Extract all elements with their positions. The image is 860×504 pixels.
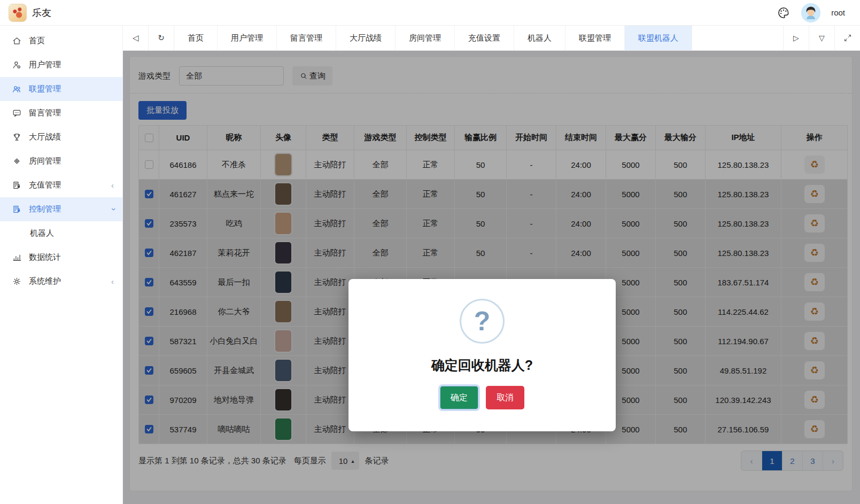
confirm-button[interactable]: 确定 xyxy=(440,386,478,409)
tabs-menu-icon[interactable]: ▽ xyxy=(809,26,834,50)
sidebar-item-room[interactable]: 房间管理 xyxy=(0,149,122,173)
sidebar-item-trophy[interactable]: 大厅战绩 xyxy=(0,125,122,149)
theme-palette-icon[interactable] xyxy=(777,6,791,20)
tabs-scroll-right-icon[interactable]: ▷ xyxy=(783,26,809,50)
room-icon xyxy=(12,156,22,166)
home-icon xyxy=(12,36,22,46)
app-logo xyxy=(9,4,27,22)
sidebar: 首页 用户管理 联盟管理 留言管理 大厅战绩 房间管理 充值管理 ‹ 控制管理 … xyxy=(0,26,123,504)
message-icon xyxy=(12,108,22,118)
chevron-left-icon: ‹ xyxy=(111,277,114,285)
tabs-scroll-left-icon[interactable]: ◁ xyxy=(123,26,149,50)
user-icon xyxy=(12,60,22,70)
tab-refresh-icon[interactable]: ↻ xyxy=(149,26,174,50)
sidebar-item-message[interactable]: 留言管理 xyxy=(0,101,122,125)
admin-page: 乐友 root 首页 用户管理 联盟管理 留言管理 大厅战绩 房间管理 充值管理… xyxy=(0,0,860,504)
tabbar-controls: ▷ ▽ xyxy=(783,26,860,50)
chevron-left-icon: ‹ xyxy=(111,181,114,189)
system-icon xyxy=(12,276,22,286)
tab-bar: ◁ ↻ 首页用户管理留言管理大厅战绩房间管理充值设置机器人联盟管理联盟机器人 ▷… xyxy=(123,26,860,51)
control-icon xyxy=(12,204,22,214)
tab[interactable]: 充值设置 xyxy=(455,26,514,50)
app-title: 乐友 xyxy=(32,6,51,19)
tabs: 首页用户管理留言管理大厅战绩房间管理充值设置机器人联盟管理联盟机器人 xyxy=(174,26,692,50)
modal-backdrop xyxy=(123,51,860,504)
chevron-down-icon: ‹ xyxy=(109,208,117,211)
sidebar-item-home[interactable]: 首页 xyxy=(0,29,122,53)
header-actions: root xyxy=(777,3,845,22)
confirm-dialog: ? 确定回收机器人? 确定 取消 xyxy=(348,279,616,431)
sidebar-item-user[interactable]: 用户管理 xyxy=(0,53,122,77)
tab[interactable]: 留言管理 xyxy=(277,26,336,50)
tab[interactable]: 首页 xyxy=(174,26,218,50)
app-header: 乐友 root xyxy=(0,0,860,26)
cancel-button[interactable]: 取消 xyxy=(486,386,524,409)
dialog-title: 确定回收机器人? xyxy=(348,356,616,374)
tab[interactable]: 联盟机器人 xyxy=(625,26,692,50)
sidebar-item-system[interactable]: 系统维护 ‹ xyxy=(0,269,122,293)
sidebar-item-alliance[interactable]: 联盟管理 xyxy=(0,77,122,101)
sidebar-item-control[interactable]: 控制管理 ‹ xyxy=(0,197,122,221)
content-panel: 游戏类型 全部 查询 批量投放 UID昵称头像类型游戏类型控制类型输赢比例开始时… xyxy=(123,51,860,504)
dialog-buttons: 确定 取消 xyxy=(348,386,616,409)
sidebar-item-recharge[interactable]: 充值管理 ‹ xyxy=(0,173,122,197)
sidebar-item-sub[interactable]: 机器人 xyxy=(0,221,122,245)
tab[interactable]: 机器人 xyxy=(514,26,565,50)
stats-icon xyxy=(12,252,22,262)
question-icon: ? xyxy=(460,299,505,344)
username[interactable]: root xyxy=(831,8,845,17)
trophy-icon xyxy=(12,132,22,142)
tab[interactable]: 大厅战绩 xyxy=(336,26,396,50)
tab[interactable]: 房间管理 xyxy=(396,26,455,50)
tab[interactable]: 联盟管理 xyxy=(565,26,625,50)
recharge-icon xyxy=(12,180,22,190)
alliance-icon xyxy=(12,84,22,94)
tab[interactable]: 用户管理 xyxy=(218,26,277,50)
avatar[interactable] xyxy=(801,3,820,22)
fullscreen-icon[interactable] xyxy=(834,26,860,50)
sidebar-item-stats[interactable]: 数据统计 xyxy=(0,245,122,269)
